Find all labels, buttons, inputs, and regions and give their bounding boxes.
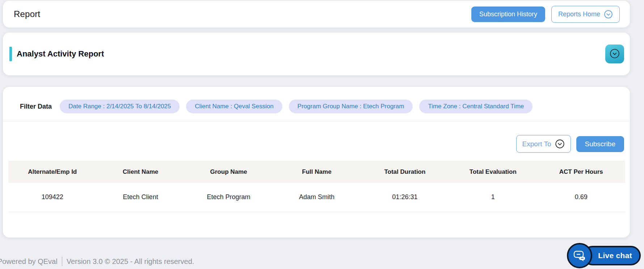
live-chat-widget[interactable]: Live chat <box>567 243 641 268</box>
chat-bubbles-icon <box>567 243 592 268</box>
rights-text: Version 3.0 © 2025 - All rights reserved… <box>67 257 194 266</box>
report-title-card: Analyst Activity Report <box>3 33 630 75</box>
column-header-total-duration: Total Duration <box>361 161 449 183</box>
filter-data-label: Filter Data <box>20 103 52 110</box>
chevron-down-circle-icon <box>604 10 613 19</box>
column-header-client-name: Client Name <box>96 161 184 183</box>
cell-total-duration: 01:26:31 <box>361 183 449 212</box>
cell-full-name: Adam Smith <box>273 183 361 212</box>
chevron-down-circle-icon <box>609 48 620 60</box>
reports-home-label: Reports Home <box>558 10 600 18</box>
column-header-alternate-emp-id: Alternate/Emp Id <box>8 161 96 183</box>
analyst-activity-table: Alternate/Emp Id Client Name Group Name … <box>8 161 625 212</box>
column-header-full-name: Full Name <box>273 161 361 183</box>
cell-alternate-emp-id: 109422 <box>8 183 96 212</box>
filter-divider <box>3 121 630 121</box>
footer: Powered by QEval Version 3.0 © 2025 - Al… <box>0 257 194 266</box>
reports-home-button[interactable]: Reports Home <box>551 6 620 23</box>
subscribe-label: Subscribe <box>585 140 616 148</box>
filter-row: Filter Data Date Range : 2/14/2025 To 8/… <box>20 98 630 114</box>
subscription-history-button[interactable]: Subscription History <box>471 7 545 22</box>
export-to-label: Export To <box>522 140 551 148</box>
column-header-group-name: Group Name <box>185 161 273 183</box>
filter-pills: Date Range : 2/14/2025 To 8/14/2025 Clie… <box>60 100 533 113</box>
cell-client-name: Etech Client <box>96 183 184 212</box>
cell-act-per-hours: 0.69 <box>537 183 625 212</box>
collapse-section-button[interactable] <box>605 45 624 63</box>
top-header-card: Report Subscription History Reports Home <box>3 1 630 28</box>
filter-pill-time-zone: Time Zone : Central Standard Time <box>419 100 533 113</box>
header-actions: Subscription History Reports Home <box>471 6 620 23</box>
live-chat-label: Live chat <box>598 251 632 260</box>
footer-separator <box>62 257 62 266</box>
table-toolbar: Export To Subscribe <box>3 135 624 153</box>
column-header-act-per-hours: ACT Per Hours <box>537 161 625 183</box>
title-accent-bar <box>9 47 12 61</box>
filter-pill-date-range: Date Range : 2/14/2025 To 8/14/2025 <box>60 100 180 113</box>
cell-group-name: Etech Program <box>185 183 273 212</box>
page-title: Report <box>14 9 40 19</box>
table-header-row: Alternate/Emp Id Client Name Group Name … <box>8 161 625 183</box>
subscribe-button[interactable]: Subscribe <box>576 136 624 152</box>
report-section-title: Analyst Activity Report <box>17 49 104 59</box>
filter-pill-client-name: Client Name : Qeval Session <box>186 100 282 113</box>
export-to-button[interactable]: Export To <box>516 135 571 153</box>
table-row: 109422 Etech Client Etech Program Adam S… <box>8 183 625 212</box>
report-content-card: Filter Data Date Range : 2/14/2025 To 8/… <box>3 87 630 238</box>
column-header-total-evaluation: Total Evaluation <box>449 161 537 183</box>
subscription-history-label: Subscription History <box>479 10 537 18</box>
cell-total-evaluation: 1 <box>449 183 537 212</box>
chevron-down-circle-icon <box>555 139 565 149</box>
filter-pill-program-group: Program Group Name : Etech Program <box>289 100 413 113</box>
powered-by-text: Powered by QEval <box>0 257 58 266</box>
